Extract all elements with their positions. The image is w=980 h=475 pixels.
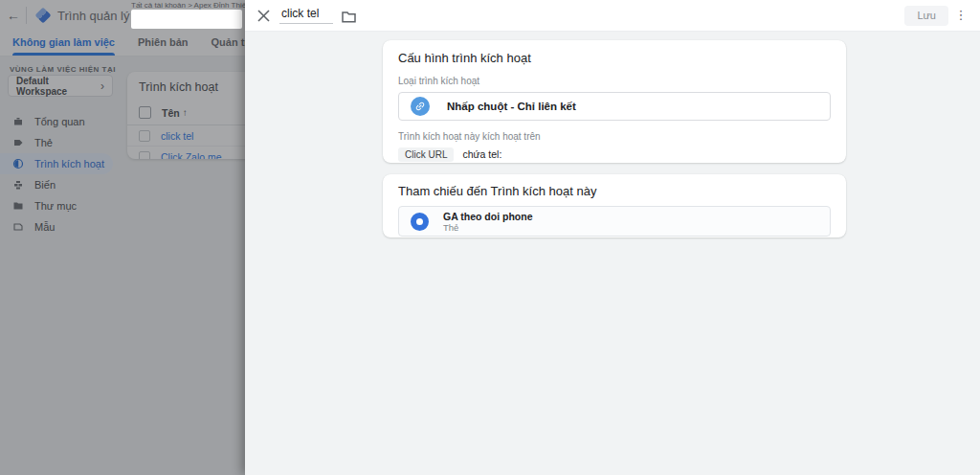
- editor-header: click tel Lưu ⋮: [245, 0, 980, 32]
- analytics-tag-icon: [411, 213, 429, 231]
- redacted-container-box: [131, 10, 242, 29]
- condition-variable-chip: Click URL: [398, 147, 454, 162]
- trigger-editor-panel: click tel Lưu ⋮ Cấu hình trình kích hoạt…: [245, 0, 980, 475]
- condition-row: Click URL chứa tel:: [398, 147, 831, 162]
- reference-row[interactable]: GA theo doi phone Thẻ: [398, 206, 831, 237]
- reference-texts: GA theo doi phone Thẻ: [443, 211, 533, 233]
- references-card: Tham chiếu đến Trình kích hoạt này GA th…: [383, 174, 846, 238]
- trigger-type-value: Nhấp chuột - Chỉ liên kết: [447, 101, 576, 112]
- kebab-menu-icon[interactable]: ⋮: [954, 7, 968, 24]
- reference-name: GA theo doi phone: [443, 211, 533, 222]
- trigger-type-label: Loại trình kích hoạt: [398, 76, 831, 86]
- reference-type: Thẻ: [443, 222, 533, 233]
- condition-text: chứa tel:: [462, 148, 501, 160]
- config-card-title: Cấu hình trình kích hoạt: [398, 51, 831, 65]
- overlay-scrim: [0, 0, 245, 475]
- trigger-type-row[interactable]: Nhấp chuột - Chỉ liên kết: [398, 92, 831, 121]
- save-button[interactable]: Lưu: [904, 6, 948, 26]
- trigger-name-field[interactable]: click tel: [279, 6, 333, 24]
- link-click-icon: [411, 97, 430, 116]
- fires-on-label: Trình kích hoạt này kích hoạt trên: [398, 131, 831, 142]
- trigger-config-card: Cấu hình trình kích hoạt Loại trình kích…: [383, 40, 846, 163]
- folder-move-icon[interactable]: [342, 10, 356, 22]
- references-card-title: Tham chiếu đến Trình kích hoạt này: [398, 184, 831, 198]
- close-icon[interactable]: [256, 9, 271, 23]
